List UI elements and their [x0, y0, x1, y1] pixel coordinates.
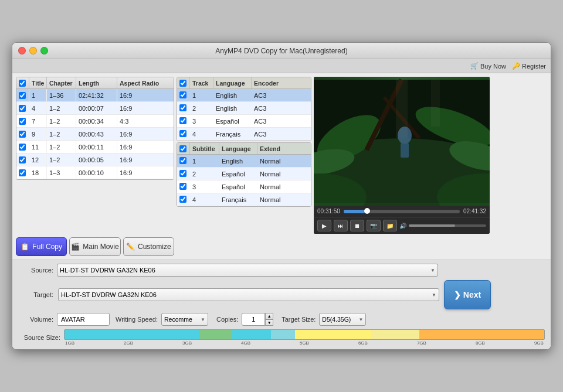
- customize-icon: ✏️: [126, 243, 135, 251]
- next-label: Next: [463, 290, 481, 299]
- audio-table: Track Language Encoder 1 English AC3 2 E…: [177, 77, 311, 141]
- source-dropdown[interactable]: HL-DT-ST DVDRW GA32N KE06 ▼: [57, 264, 438, 277]
- full-copy-button[interactable]: 📋 Full Copy: [16, 237, 67, 256]
- copies-up[interactable]: ▲: [265, 313, 273, 319]
- bar-seg-3: [232, 330, 270, 339]
- preview-time-controls: 00:31:50 02:41:32: [314, 206, 490, 217]
- fast-forward-button[interactable]: ⏭: [334, 220, 348, 231]
- tick-6: 6GB: [358, 340, 368, 346]
- cart-icon: 🛒: [470, 62, 479, 70]
- bar-seg-5: [295, 330, 372, 339]
- buy-now-label: Buy Now: [480, 63, 506, 70]
- subtitle-header: Subtitle Language Extend: [177, 143, 311, 155]
- register-button[interactable]: 🔑 Register: [512, 62, 546, 70]
- player-controls: ▶ ⏭ ⏹ 📷 📁 🔊: [314, 217, 490, 234]
- full-copy-icon: 📋: [21, 243, 29, 251]
- bottom-section: Source: HL-DT-ST DVDRW GA32N KE06 ▼ Targ…: [12, 260, 551, 349]
- volume-icon: 🔊: [399, 223, 406, 229]
- audio-th-encoder: Encoder: [252, 77, 311, 88]
- copies-field: ▲ ▼: [242, 313, 273, 326]
- copies-down[interactable]: ▼: [265, 319, 273, 326]
- audio-th-check: [177, 77, 190, 88]
- title-row[interactable]: 1 1–36 02:41:32 16:9: [16, 89, 174, 102]
- subtitle-row[interactable]: 1 English Normal: [177, 155, 311, 168]
- source-size-row: Source Size: 1GB 2GB 3GB 4GB 5: [18, 329, 545, 346]
- target-arrow: ▼: [432, 292, 436, 298]
- app-window: AnyMP4 DVD Copy for Mac(Unregistered) 🛒 …: [12, 42, 551, 350]
- titles-header: Title Chapter Length Aspect Radio: [16, 77, 174, 89]
- progress-thumb: [364, 208, 370, 214]
- main-movie-button[interactable]: 🎬 Main Movie: [69, 237, 120, 256]
- audio-row[interactable]: 3 Español AC3: [177, 115, 311, 128]
- title-row[interactable]: 4 1–2 00:00:07 16:9: [16, 102, 174, 115]
- tick-3: 3GB: [182, 340, 192, 346]
- th-title: Title: [29, 77, 47, 88]
- titles-body: 1 1–36 02:41:32 16:9 4 1–2 00:00:07 16:9…: [16, 89, 174, 179]
- target-label: Target:: [18, 291, 53, 298]
- customize-button[interactable]: ✏️ Customize: [123, 237, 174, 256]
- maximize-button[interactable]: [40, 47, 48, 54]
- writing-speed-label: Writing Speed:: [116, 316, 158, 323]
- subtitle-row[interactable]: 2 Español Normal: [177, 168, 311, 180]
- source-size-bar: [64, 329, 545, 340]
- titles-panel: Title Chapter Length Aspect Radio 1 1–36…: [16, 77, 174, 234]
- audio-row[interactable]: 2 English AC3: [177, 102, 311, 115]
- title-row[interactable]: 11 1–2 00:00:11 16:9: [16, 141, 174, 154]
- copies-label: Copies:: [216, 316, 238, 323]
- bar-seg-4: [271, 330, 295, 339]
- title-row[interactable]: 18 1–3 00:00:10 16:9: [16, 166, 174, 179]
- volume-fill: [409, 224, 455, 227]
- tick-7: 7GB: [417, 340, 426, 346]
- volume-input[interactable]: [57, 313, 110, 326]
- title-row[interactable]: 12 1–2 00:00:05 16:9: [16, 154, 174, 166]
- buy-now-button[interactable]: 🛒 Buy Now: [470, 62, 506, 70]
- options-row: Volume: Writing Speed: Recomme ▼ Copies:…: [18, 313, 545, 326]
- jungle-svg: [314, 77, 490, 206]
- copies-input[interactable]: [242, 313, 265, 326]
- titles-table: Title Chapter Length Aspect Radio 1 1–36…: [16, 77, 174, 180]
- source-arrow: ▼: [430, 268, 435, 273]
- play-button[interactable]: ▶: [317, 220, 331, 231]
- audio-row[interactable]: 4 Français AC3: [177, 128, 311, 141]
- progress-bar[interactable]: [344, 210, 460, 213]
- stop-button[interactable]: ⏹: [350, 220, 364, 231]
- target-size-label: Target Size:: [282, 316, 316, 323]
- target-dropdown[interactable]: HL-DT-ST DVDRW GA32N KE06 ▼: [58, 288, 439, 301]
- target-size-dropdown[interactable]: D5(4.35G) ▼: [319, 313, 366, 326]
- source-value: HL-DT-ST DVDRW GA32N KE06: [60, 267, 428, 274]
- writing-speed-dropdown[interactable]: Recomme ▼: [161, 313, 208, 326]
- preview-panel: 00:31:50 02:41:32 ▶ ⏭ ⏹ 📷 📁 🔊: [314, 77, 547, 234]
- target-row: Target: HL-DT-ST DVDRW GA32N KE06 ▼ ❯ Ne…: [18, 280, 545, 309]
- traffic-lights: [18, 47, 48, 54]
- tick-2: 2GB: [124, 340, 133, 346]
- tracks-panel: Track Language Encoder 1 English AC3 2 E…: [177, 77, 311, 234]
- source-size-label: Source Size:: [18, 334, 60, 341]
- target-value: HL-DT-ST DVDRW GA32N KE06: [61, 291, 429, 298]
- main-movie-icon: 🎬: [71, 243, 80, 251]
- audio-th-lang: Language: [213, 77, 252, 88]
- title-row[interactable]: 9 1–2 00:00:43 16:9: [16, 128, 174, 141]
- tick-8: 8GB: [476, 340, 485, 346]
- target-size-value: D5(4.35G): [322, 316, 356, 323]
- bar-seg-7: [419, 330, 544, 339]
- folder-button[interactable]: 📁: [383, 220, 397, 231]
- th-chapter: Chapter: [47, 77, 76, 88]
- preview-area: 00:31:50 02:41:32 ▶ ⏭ ⏹ 📷 📁 🔊: [314, 77, 490, 234]
- title-row[interactable]: 7 1–2 00:00:34 4:3: [16, 115, 174, 128]
- screenshot-button[interactable]: 📷: [367, 220, 381, 231]
- next-button[interactable]: ❯ Next: [444, 280, 491, 309]
- next-icon: ❯: [454, 290, 461, 299]
- source-row: Source: HL-DT-ST DVDRW GA32N KE06 ▼: [18, 264, 545, 277]
- th-aspect: Aspect Radio: [117, 77, 174, 88]
- audio-header: Track Language Encoder: [177, 77, 311, 89]
- main-movie-label: Main Movie: [83, 243, 118, 251]
- subtitle-row[interactable]: 4 Français Normal: [177, 193, 311, 206]
- minimize-button[interactable]: [29, 47, 37, 54]
- volume-label: Volume:: [18, 316, 53, 323]
- audio-row[interactable]: 1 English AC3: [177, 89, 311, 102]
- close-button[interactable]: [18, 47, 26, 54]
- bar-seg-1: [65, 330, 199, 339]
- th-length: Length: [76, 77, 117, 88]
- subtitle-row[interactable]: 3 Español Normal: [177, 180, 311, 193]
- volume-bar[interactable]: [409, 224, 486, 227]
